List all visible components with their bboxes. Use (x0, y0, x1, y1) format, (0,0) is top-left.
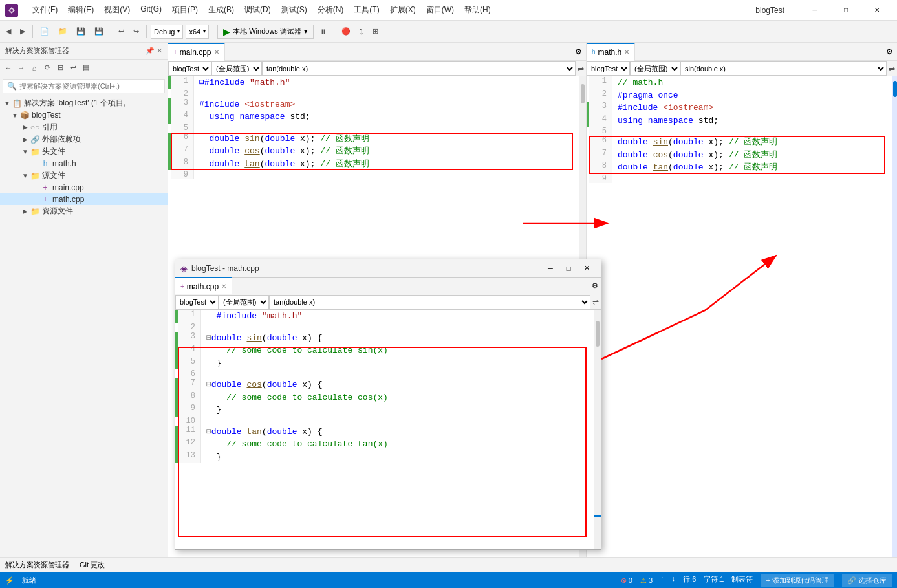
line-content[interactable]: // some code to calculate sin(x) (201, 344, 594, 357)
error-count[interactable]: ⊗ 0 (621, 574, 632, 587)
line-content[interactable]: #pragma once (612, 89, 892, 102)
line-content[interactable]: double cos(double x); // 函数声明 (194, 145, 579, 158)
sidebar-item-maincpp[interactable]: + main.cpp (0, 182, 168, 193)
float-code-editor[interactable]: 1 #include "math.h" 2 3 ⊟double sin(doub… (175, 310, 594, 549)
editor-settings-button[interactable]: ⚙ (882, 47, 897, 56)
maximize-button[interactable]: □ (831, 0, 861, 21)
line-content[interactable] (201, 369, 594, 378)
menu-project[interactable]: 项目(P) (168, 3, 202, 17)
scrollbar-thumb[interactable] (596, 321, 600, 347)
project-selector[interactable]: blogTest (168, 61, 211, 76)
line-content[interactable]: ⊟double tan(double x) { (201, 426, 594, 439)
menu-file[interactable]: 文件(F) (28, 3, 61, 17)
float-minimize-button[interactable]: ─ (541, 261, 559, 276)
line-content[interactable]: using namespace std; (612, 114, 892, 127)
breakpoint-button[interactable]: 🔴 (338, 25, 354, 38)
new-file-button[interactable]: 📄 (37, 25, 52, 38)
menu-debug[interactable]: 调试(D) (241, 3, 275, 17)
scope-selector[interactable]: (全局范围) (630, 61, 680, 76)
line-content[interactable] (201, 323, 594, 332)
sidebar-search-box[interactable]: 🔍 (3, 79, 165, 93)
tab-close-button[interactable]: ✕ (624, 49, 629, 56)
run-button[interactable]: ▶ 本地 Windows 调试器 ▾ (217, 25, 314, 39)
line-content[interactable]: ⊟#include "math.h" (194, 76, 579, 89)
step-over-button[interactable]: ⤵ (356, 26, 367, 38)
sidebar-item-sources[interactable]: ▼ 📁 源文件 (0, 169, 168, 182)
format-button[interactable]: ⊞ (369, 25, 382, 38)
menu-window[interactable]: 窗口(W) (422, 3, 458, 17)
float-tab-mathcpp[interactable]: + math.cpp ✕ (175, 277, 232, 295)
right-code-editor[interactable]: 1 // math.h 2 #pragma once (587, 76, 892, 557)
line-content[interactable] (194, 89, 579, 98)
git-changes-label[interactable]: Git 更改 (80, 560, 105, 570)
scrollbar-thumb[interactable] (893, 81, 897, 97)
line-content[interactable]: // some code to calculate cos(x) (201, 391, 594, 404)
editor-settings-button[interactable]: ⚙ (571, 47, 586, 56)
line-content[interactable] (612, 174, 892, 183)
back-button[interactable]: ◀ (3, 25, 14, 38)
line-content[interactable]: ⊟double cos(double x) { (201, 378, 594, 391)
sidebar-history-btn[interactable]: ↩ (67, 62, 79, 74)
line-content[interactable]: } (201, 357, 594, 370)
menu-build[interactable]: 生成(B) (204, 3, 238, 17)
line-content[interactable]: #include "math.h" (201, 310, 594, 323)
up-arrow-icon[interactable]: ↑ (660, 574, 664, 587)
warning-count[interactable]: ⚠ 3 (640, 574, 653, 587)
down-arrow-icon[interactable]: ↓ (672, 574, 676, 587)
line-content[interactable]: // math.h (612, 76, 892, 89)
sidebar-item-resources[interactable]: ▶ 📁 资源文件 (0, 205, 168, 217)
line-content[interactable]: // some code to calculate tan(x) (201, 438, 594, 451)
func-selector[interactable]: sin(double x) (680, 61, 887, 76)
menu-extensions[interactable]: 扩展(X) (386, 3, 420, 17)
sidebar-back-btn[interactable]: ← (3, 62, 14, 74)
menu-git[interactable]: Git(G) (136, 3, 166, 17)
float-maximize-button[interactable]: □ (559, 261, 578, 276)
line-content[interactable] (194, 124, 579, 133)
sidebar-item-ref[interactable]: ▶ ○○ 引用 (0, 121, 168, 133)
float-tab-close-button[interactable]: ✕ (221, 283, 226, 290)
menu-tools[interactable]: 工具(T) (350, 3, 383, 17)
right-scrollbar[interactable] (892, 76, 897, 557)
sidebar-home-btn[interactable]: ⌂ (28, 62, 40, 74)
line-content[interactable] (201, 417, 594, 426)
save-button[interactable]: 💾 (73, 25, 89, 38)
sidebar-refresh-btn[interactable]: ⟳ (41, 62, 53, 74)
menu-analyze[interactable]: 分析(N) (314, 3, 348, 17)
project-root[interactable]: ▼ 📦 blogTest (0, 109, 168, 121)
tab-close-button[interactable]: ✕ (214, 49, 219, 56)
line-content[interactable]: double sin(double x); // 函数声明 (194, 133, 579, 146)
tab-maincpp[interactable]: + main.cpp ✕ (168, 43, 225, 61)
line-content[interactable]: double sin(double x); // 函数声明 (612, 136, 892, 149)
line-content[interactable]: #include <iostream> (612, 102, 892, 114)
nav-split-button[interactable]: ⇌ (887, 64, 897, 73)
sidebar-pin-icon[interactable]: 📌 ✕ (146, 47, 162, 55)
pause-button[interactable]: ⏸ (316, 26, 330, 38)
nav-split-button[interactable]: ⇌ (576, 64, 586, 73)
open-button[interactable]: 📁 (55, 25, 70, 38)
line-content[interactable] (612, 127, 892, 136)
line-content[interactable]: #include <iostream> (194, 98, 579, 111)
float-split-button[interactable]: ⇌ (590, 298, 601, 307)
scrollbar-thumb[interactable] (581, 84, 585, 103)
sidebar-item-mathcpp[interactable]: + math.cpp (0, 193, 168, 205)
line-content[interactable]: ⊟double sin(double x) { (201, 332, 594, 345)
debug-mode-dropdown[interactable]: Debug ▾ (151, 25, 183, 39)
line-content[interactable]: double tan(double x); // 函数声明 (194, 158, 579, 171)
sidebar-collapse-btn[interactable]: ⊟ (54, 62, 66, 74)
float-project-selector[interactable]: blogTest (175, 295, 219, 309)
search-input[interactable] (19, 82, 160, 90)
select-repo-button[interactable]: 🔗 选择仓库 (842, 574, 892, 587)
line-content[interactable]: double cos(double x); // 函数声明 (612, 149, 892, 162)
tab-mathh[interactable]: h math.h ✕ (587, 43, 635, 61)
line-content[interactable]: double tan(double x); // 函数声明 (612, 161, 892, 174)
float-scrollbar[interactable] (594, 310, 601, 549)
sidebar-item-mathh[interactable]: h math.h (0, 158, 168, 169)
float-close-button[interactable]: ✕ (578, 261, 596, 276)
line-content[interactable] (194, 170, 579, 179)
menu-view[interactable]: 视图(V) (100, 3, 134, 17)
sidebar-item-headers[interactable]: ▼ 📁 头文件 (0, 146, 168, 158)
sidebar-bottom-label[interactable]: 解决方案资源管理器 (5, 560, 69, 570)
save-all-button[interactable]: 💾 (91, 25, 107, 38)
float-func-selector[interactable]: tan(double x) (269, 295, 590, 309)
float-settings-button[interactable]: ⚙ (589, 281, 601, 290)
